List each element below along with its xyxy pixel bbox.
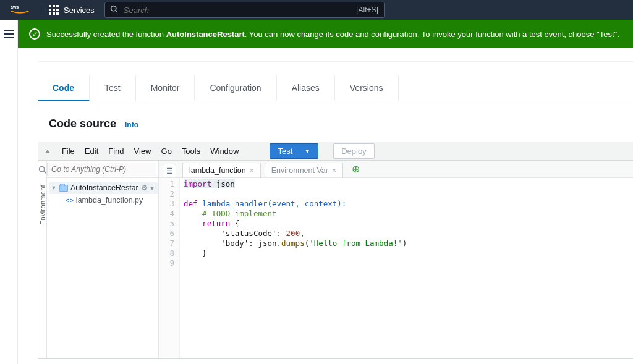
- menu-file[interactable]: File: [62, 146, 75, 156]
- test-button[interactable]: Test▼: [270, 143, 318, 159]
- add-tab-icon[interactable]: ⊕: [352, 163, 360, 175]
- svg-text:aws: aws: [11, 5, 19, 9]
- nav-rail: [0, 20, 18, 364]
- function-tabs: Code Test Monitor Configuration Aliases …: [38, 75, 633, 101]
- success-check-icon: ✓: [29, 28, 40, 40]
- menu-tools[interactable]: Tools: [182, 146, 200, 156]
- menu-find[interactable]: Find: [108, 146, 124, 156]
- tree-file-lambda[interactable]: <> lambda_function.py: [49, 194, 158, 206]
- tab-code[interactable]: Code: [38, 75, 90, 101]
- search-input[interactable]: [124, 6, 350, 15]
- folder-icon: [59, 185, 68, 192]
- file-tree: ▼ AutoInstanceRestar ⚙ ▾ <>: [47, 178, 160, 210]
- goto-anything: [47, 161, 160, 178]
- services-menu-button[interactable]: Services: [45, 5, 98, 15]
- svg-point-3: [40, 167, 45, 172]
- close-icon[interactable]: ×: [332, 166, 336, 175]
- hamburger-icon[interactable]: [4, 30, 14, 38]
- svg-line-2: [116, 11, 117, 12]
- file-name: lambda_function.py: [76, 196, 143, 205]
- chevron-down-icon: ▼: [51, 185, 57, 191]
- search-icon[interactable]: [38, 166, 46, 174]
- line-gutter: 123456789: [159, 178, 180, 358]
- cloud9-ide: ▲ File Edit Find View Go Tools Window Te…: [38, 142, 633, 359]
- ide-rail: Environment: [38, 161, 47, 358]
- ide-menubar: ▲ File Edit Find View Go Tools Window Te…: [38, 142, 633, 161]
- editor-tab-lambda[interactable]: lambda_function×: [182, 163, 261, 177]
- tab-monitor[interactable]: Monitor: [136, 75, 195, 101]
- success-banner: ✓ Successfully created the function Auto…: [18, 20, 633, 48]
- editor-tab-env[interactable]: Environment Var×: [265, 163, 343, 177]
- goto-input[interactable]: [47, 163, 156, 176]
- search-shortcut-hint: [Alt+S]: [350, 6, 384, 14]
- tab-test[interactable]: Test: [90, 75, 136, 101]
- code-content[interactable]: import json def lambda_handler(event, co…: [180, 178, 407, 358]
- python-file-icon: <>: [66, 197, 74, 204]
- close-icon[interactable]: ×: [250, 166, 254, 175]
- code-editor[interactable]: 123456789 import json def lambda_handler…: [159, 178, 633, 358]
- aws-logo[interactable]: aws: [9, 4, 31, 15]
- divider: [40, 4, 40, 16]
- chevron-down-icon[interactable]: ▼: [299, 148, 310, 154]
- code-source-header: Code source Info: [38, 101, 633, 142]
- panel-title: Code source: [49, 117, 116, 130]
- svg-line-4: [44, 171, 46, 173]
- tab-list-icon[interactable]: ☰: [163, 164, 176, 177]
- services-label: Services: [64, 6, 95, 15]
- ide-sidebar: Environment ▼ AutoInstanceRestar: [38, 161, 159, 358]
- search-icon: [105, 5, 124, 15]
- card-edge: [38, 48, 633, 62]
- grid-icon: [49, 5, 59, 15]
- menu-view[interactable]: View: [134, 146, 151, 156]
- gear-icon[interactable]: ⚙: [141, 184, 148, 192]
- folder-name: AutoInstanceRestar: [70, 184, 138, 192]
- editor-tabs: ☰ lambda_function× Environment Var× ⊕: [159, 161, 633, 178]
- tab-versions[interactable]: Versions: [335, 75, 399, 101]
- global-search[interactable]: [Alt+S]: [104, 2, 385, 18]
- collapse-icon[interactable]: ▲: [43, 148, 52, 154]
- tab-aliases[interactable]: Aliases: [277, 75, 335, 101]
- svg-point-1: [111, 6, 116, 11]
- aws-top-nav: aws Services [Alt+S]: [0, 0, 633, 20]
- menu-go[interactable]: Go: [161, 146, 172, 156]
- info-link[interactable]: Info: [125, 121, 138, 129]
- environment-label[interactable]: Environment: [39, 185, 46, 225]
- menu-window[interactable]: Window: [210, 146, 239, 156]
- deploy-button[interactable]: Deploy: [333, 143, 374, 159]
- menu-edit[interactable]: Edit: [85, 146, 98, 156]
- ide-editor: ☰ lambda_function× Environment Var× ⊕ 12…: [159, 161, 633, 358]
- tab-configuration[interactable]: Configuration: [195, 75, 276, 101]
- banner-text: Successfully created the function AutoIn…: [46, 30, 619, 39]
- tree-folder-root[interactable]: ▼ AutoInstanceRestar ⚙ ▾: [49, 182, 158, 194]
